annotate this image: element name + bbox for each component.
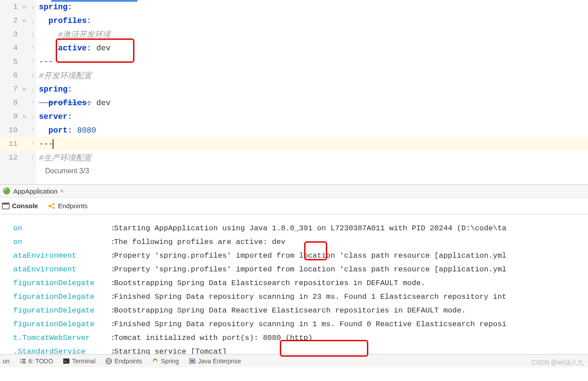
- bottom-spring[interactable]: Spring: [152, 358, 179, 365]
- code-line-7[interactable]: 7⊟┌spring:: [0, 82, 588, 96]
- editor-area[interactable]: 1⊟┌spring:2⊟┌ profiles:3│ #激活开发环境4└ acti…: [0, 0, 588, 184]
- code-line-5[interactable]: 5└---: [0, 55, 588, 69]
- tab-endpoints[interactable]: Endpoints: [48, 202, 88, 210]
- editor-status: Document 3/3: [0, 164, 588, 178]
- log-message: Finished Spring Data repository scanning…: [114, 290, 588, 304]
- log-message: Property 'spring.profiles' imported from…: [114, 263, 588, 276]
- bottom-todo[interactable]: 6: TODO: [19, 358, 53, 365]
- code-content[interactable]: active: dev: [36, 44, 111, 53]
- indent-marker: └: [28, 141, 36, 147]
- log-message: Bootstrapping Spring Data Elasticsearch …: [114, 276, 588, 290]
- log-source: on: [13, 221, 106, 235]
- line-number: 5: [0, 57, 20, 66]
- svg-rect-9: [22, 359, 26, 360]
- svg-rect-12: [20, 362, 21, 363]
- code-content[interactable]: server:: [36, 112, 73, 121]
- code-line-6[interactable]: 6│#开发环境配置: [0, 69, 588, 82]
- line-number: 7: [0, 85, 20, 93]
- log-message: Starting service [Tomcat]: [114, 345, 588, 354]
- code-line-10[interactable]: 10└ port: 8080: [0, 123, 588, 137]
- code-line-9[interactable]: 9⊟┌server:: [0, 110, 588, 123]
- svg-rect-10: [20, 361, 21, 362]
- endpoints-icon: [48, 202, 56, 210]
- terminal-icon: >_: [63, 358, 70, 365]
- fold-marker[interactable]: ⊟: [20, 114, 28, 119]
- code-content[interactable]: #激活开发环境: [36, 29, 111, 40]
- line-number: 11: [0, 140, 20, 148]
- indent-marker: │: [28, 155, 36, 160]
- indent-marker: └: [28, 59, 36, 65]
- code-line-4[interactable]: 4└ active: dev: [0, 41, 588, 55]
- log-source: .StandardService: [13, 345, 106, 354]
- spring-leaf-icon: [152, 358, 159, 365]
- code-line-11[interactable]: 11└---: [0, 137, 588, 151]
- line-number: 6: [0, 71, 20, 80]
- indent-marker: │: [28, 73, 36, 78]
- log-message: Finished Spring Data repository scanning…: [114, 317, 588, 331]
- console-line-1[interactable]: on : The following profiles are active: …: [13, 235, 588, 249]
- code-line-2[interactable]: 2⊟┌ profiles:: [0, 14, 588, 27]
- bottom-endpoints[interactable]: Endpoints: [105, 358, 142, 365]
- run-panel-title: AppApplication: [13, 187, 57, 195]
- console-line-7[interactable]: figurationDelegate : Finished Spring Dat…: [13, 317, 588, 331]
- log-source: ataEnvironment: [13, 263, 106, 276]
- bottom-toolbar: un 6: TODO >_ Terminal Endpoints Spring …: [0, 354, 588, 367]
- bottom-terminal[interactable]: >_ Terminal: [63, 358, 95, 365]
- fold-marker[interactable]: ⊟: [20, 86, 28, 92]
- line-number: 2: [0, 16, 20, 25]
- console-line-6[interactable]: figurationDelegate : Bootstrapping Sprin…: [13, 304, 588, 317]
- svg-line-6: [51, 204, 53, 205]
- tab-endpoints-label: Endpoints: [58, 202, 88, 210]
- code-line-12[interactable]: 12│#生产环境配置: [0, 151, 588, 164]
- code-content[interactable]: port: 8080: [36, 126, 96, 135]
- svg-rect-13: [22, 362, 26, 363]
- console-line-9[interactable]: .StandardService : Starting service [Tom…: [13, 345, 588, 354]
- console-line-0[interactable]: on : Starting AppApplication using Java …: [13, 221, 588, 235]
- indent-marker: ┌: [28, 18, 36, 23]
- tab-console-label: Console: [12, 202, 38, 210]
- code-content[interactable]: profiles: dev: [36, 99, 111, 107]
- line-number: 12: [0, 153, 20, 162]
- tab-console[interactable]: Console: [2, 202, 38, 210]
- code-content[interactable]: ---: [36, 57, 53, 66]
- indent-marker: └: [28, 100, 36, 106]
- console-line-5[interactable]: figurationDelegate : Finished Spring Dat…: [13, 290, 588, 304]
- line-number: 1: [0, 3, 20, 11]
- svg-rect-8: [20, 359, 21, 360]
- code-content[interactable]: profiles:: [36, 16, 92, 25]
- console-line-2[interactable]: ataEnvironment : Property 'spring.profil…: [13, 249, 588, 263]
- log-source: on: [13, 235, 106, 249]
- log-source: t.TomcatWebServer: [13, 331, 106, 345]
- fold-marker[interactable]: ⊟: [20, 18, 28, 23]
- line-number: 9: [0, 112, 20, 121]
- console-line-4[interactable]: figurationDelegate : Bootstrapping Sprin…: [13, 276, 588, 290]
- log-message: Property 'spring.profiles' imported from…: [114, 249, 588, 263]
- code-content[interactable]: spring:: [36, 3, 73, 11]
- console-output[interactable]: on : Starting AppApplication using Java …: [0, 214, 588, 354]
- fold-marker[interactable]: ⊟: [20, 4, 28, 10]
- log-message: Starting AppApplication using Java 1.8.0…: [114, 221, 588, 235]
- code-content[interactable]: #开发环境配置: [36, 70, 92, 81]
- code-line-3[interactable]: 3│ #激活开发环境: [0, 27, 588, 41]
- indent-marker: ┌: [28, 4, 36, 10]
- code-content[interactable]: ---: [36, 139, 53, 149]
- bottom-java-enterprise[interactable]: Java Enterprise: [189, 358, 241, 365]
- log-source: figurationDelegate: [13, 290, 106, 304]
- indent-marker: └: [28, 46, 36, 51]
- svg-point-3: [49, 205, 51, 207]
- indent-marker: │: [28, 32, 36, 37]
- indent-marker: └: [28, 128, 36, 133]
- console-line-3[interactable]: ataEnvironment : Property 'spring.profil…: [13, 263, 588, 276]
- close-panel-button[interactable]: ×: [60, 187, 64, 194]
- code-content[interactable]: spring:: [36, 85, 73, 94]
- globe-icon: [105, 358, 112, 365]
- code-content[interactable]: #生产环境配置: [36, 152, 92, 163]
- log-message: The following profiles are active: dev: [114, 235, 588, 249]
- code-line-8[interactable]: 8└ profiles: dev: [0, 96, 588, 110]
- spring-run-icon: [3, 187, 11, 195]
- svg-text:>_: >_: [64, 359, 69, 363]
- log-source: figurationDelegate: [13, 276, 106, 290]
- code-line-1[interactable]: 1⊟┌spring:: [0, 0, 588, 14]
- bottom-run-label[interactable]: un: [3, 358, 10, 365]
- console-line-8[interactable]: t.TomcatWebServer : Tomcat initialized w…: [13, 331, 588, 345]
